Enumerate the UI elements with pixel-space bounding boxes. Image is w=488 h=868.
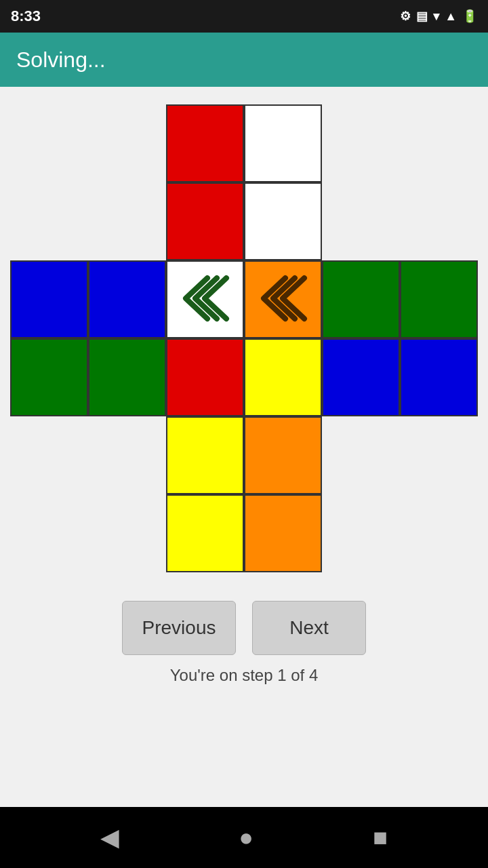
recents-button[interactable]: ■ <box>373 823 388 852</box>
cell-r2c4 <box>244 182 322 260</box>
status-icons: ⚙ ▤ ▾ ▲ 🔋 <box>400 9 477 24</box>
status-bar: 8:33 ⚙ ▤ ▾ ▲ 🔋 <box>0 0 488 33</box>
buttons-area: Previous Next You're on step 1 of 4 <box>122 601 366 685</box>
cell-r3c6 <box>400 260 478 338</box>
cell-r1c4 <box>244 104 322 182</box>
cell-r2c2 <box>88 182 166 260</box>
settings-icon: ⚙ <box>400 9 411 24</box>
cube-net <box>10 104 478 572</box>
next-button[interactable]: Next <box>252 601 366 655</box>
cell-r2c5 <box>322 182 400 260</box>
wifi-icon: ▾ <box>433 9 439 24</box>
buttons-row: Previous Next <box>122 601 366 655</box>
cell-r1c6 <box>400 104 478 182</box>
cell-r6c5 <box>322 494 400 572</box>
cell-r4c5 <box>322 338 400 416</box>
cell-r3c1 <box>10 260 88 338</box>
home-button[interactable]: ● <box>239 823 253 852</box>
cell-r5c2 <box>88 416 166 494</box>
cell-r5c3 <box>166 416 244 494</box>
cell-r1c3 <box>166 104 244 182</box>
step-text: You're on step 1 of 4 <box>170 666 319 685</box>
cell-r6c3 <box>166 494 244 572</box>
back-button[interactable]: ◀ <box>100 823 119 852</box>
cell-r2c6 <box>400 182 478 260</box>
sim-icon: ▤ <box>416 9 428 24</box>
cell-r4c4 <box>244 338 322 416</box>
main-content: Previous Next You're on step 1 of 4 <box>0 87 488 807</box>
cell-r5c5 <box>322 416 400 494</box>
previous-button[interactable]: Previous <box>122 601 236 655</box>
app-bar: Solving... <box>0 33 488 87</box>
cell-r1c1 <box>10 104 88 182</box>
cell-r2c3 <box>166 182 244 260</box>
cell-r1c2 <box>88 104 166 182</box>
cell-r5c4 <box>244 416 322 494</box>
cell-r4c2 <box>88 338 166 416</box>
cell-r3c3-arrow-white <box>166 260 244 338</box>
cell-r5c6 <box>400 416 478 494</box>
cell-r6c1 <box>10 494 88 572</box>
cell-r2c1 <box>10 182 88 260</box>
cell-r6c4 <box>244 494 322 572</box>
cell-r1c5 <box>322 104 400 182</box>
battery-icon: 🔋 <box>462 9 477 24</box>
cell-r3c5 <box>322 260 400 338</box>
cell-r4c6 <box>400 338 478 416</box>
status-time: 8:33 <box>11 7 392 25</box>
signal-icon: ▲ <box>445 9 457 24</box>
cell-r4c1 <box>10 338 88 416</box>
app-title: Solving... <box>16 47 106 73</box>
bottom-nav: ◀ ● ■ <box>0 807 488 868</box>
cell-r4c3 <box>166 338 244 416</box>
cell-r6c2 <box>88 494 166 572</box>
cell-r6c6 <box>400 494 478 572</box>
cell-r5c1 <box>10 416 88 494</box>
cell-r3c2 <box>88 260 166 338</box>
cell-r3c4-arrow-orange <box>244 260 322 338</box>
